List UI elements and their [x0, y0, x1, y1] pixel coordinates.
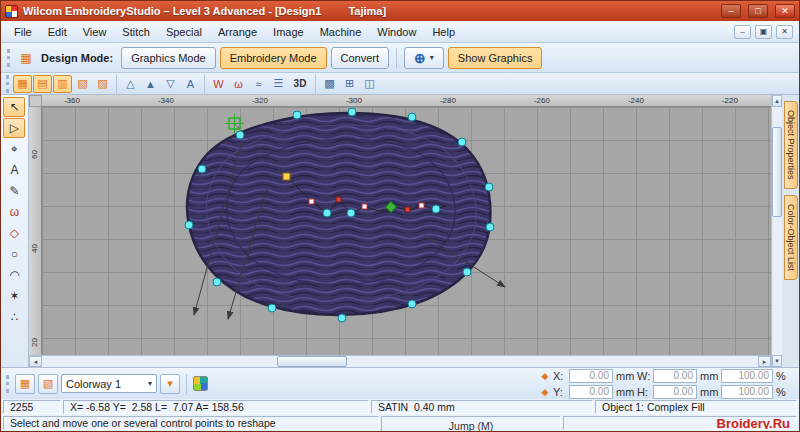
- select-tool[interactable]: ↖: [3, 97, 25, 117]
- lettering-tool[interactable]: A: [3, 160, 25, 180]
- menu-arrange[interactable]: Arrange: [211, 24, 264, 40]
- density-icon[interactable]: ☰: [269, 75, 288, 93]
- show-graphics-button[interactable]: Show Graphics: [448, 47, 543, 69]
- close-button[interactable]: ✕: [775, 4, 795, 18]
- ellipse-tool[interactable]: ○: [3, 244, 25, 264]
- embroidery-object[interactable]: [187, 113, 490, 315]
- window-title: Wilcom EmbroideryStudio – Level 3 Advanc…: [23, 5, 321, 17]
- background-button[interactable]: ▧: [38, 374, 58, 394]
- grid-toggle-icon[interactable]: ▩: [320, 75, 339, 93]
- toolbar-grip[interactable]: [6, 375, 10, 393]
- toolbar-separator: [315, 74, 316, 94]
- scroll-up-icon[interactable]: ▴: [772, 95, 782, 107]
- run-tool[interactable]: ω: [3, 202, 25, 222]
- mdi-close-button[interactable]: ✕: [776, 25, 793, 39]
- view-3d-button[interactable]: 3D: [289, 75, 311, 93]
- vscroll-thumb[interactable]: [772, 127, 782, 217]
- stitch-grid-icon[interactable]: ▤: [33, 75, 52, 93]
- triangle-filled-icon[interactable]: ▲: [141, 75, 160, 93]
- design-mode-label: Design Mode:: [41, 52, 113, 64]
- graphics-mode-button[interactable]: Graphics Mode: [121, 47, 216, 69]
- app-window: Wilcom EmbroideryStudio – Level 3 Advanc…: [0, 0, 800, 432]
- maximize-button[interactable]: □: [748, 4, 768, 18]
- digitize-tool[interactable]: ✎: [3, 181, 25, 201]
- y-unit: mm: [616, 386, 634, 398]
- x-input[interactable]: [569, 369, 613, 383]
- run-stitch-icon[interactable]: W: [209, 75, 228, 93]
- node-start[interactable]: [283, 173, 290, 180]
- stitch-pattern-icon[interactable]: ▧: [73, 75, 92, 93]
- menu-help[interactable]: Help: [425, 24, 462, 40]
- minimize-button[interactable]: –: [721, 4, 741, 18]
- stitch-fill-icon[interactable]: ▨: [93, 75, 112, 93]
- colorway-menu-button[interactable]: ▾: [160, 374, 180, 394]
- scroll-down-icon[interactable]: ▾: [772, 355, 782, 367]
- toolbar-separator: [116, 74, 117, 94]
- toolbar-separator: [186, 374, 187, 394]
- menu-image[interactable]: Image: [266, 24, 311, 40]
- triangle-down-icon[interactable]: ▽: [161, 75, 180, 93]
- mdi-minimize-button[interactable]: –: [734, 25, 751, 39]
- tab-object-properties[interactable]: Object Properties: [784, 101, 798, 189]
- closed-shape-tool[interactable]: ◇: [3, 223, 25, 243]
- ruler-toggle-icon[interactable]: ◫: [360, 75, 379, 93]
- scroll-right-icon[interactable]: ▸: [758, 356, 771, 367]
- x-label: X:: [553, 370, 566, 382]
- w-label: W:: [637, 370, 650, 382]
- menu-special[interactable]: Special: [159, 24, 209, 40]
- h-unit: mm: [700, 386, 718, 398]
- embroidery-mode-button[interactable]: Embroidery Mode: [220, 47, 327, 69]
- w-input[interactable]: [653, 369, 697, 383]
- scale-y-input[interactable]: [721, 385, 773, 399]
- menu-stitch[interactable]: Stitch: [115, 24, 157, 40]
- colorway-colors-icon[interactable]: [193, 376, 208, 391]
- stitch-list-icon[interactable]: ▦: [13, 75, 32, 93]
- horizontal-ruler-row: -360 -340 -320 -300 -280 -260 -240 -220: [29, 95, 771, 107]
- lettering-icon[interactable]: A: [181, 75, 200, 93]
- arc-tool[interactable]: ◠: [3, 265, 25, 285]
- measure-tool[interactable]: ⌖: [3, 139, 25, 159]
- point-tool[interactable]: ∴: [3, 307, 25, 327]
- thread-colors-button[interactable]: ▦: [15, 374, 35, 394]
- x-unit: mm: [616, 370, 634, 382]
- h-label: H:: [637, 386, 650, 398]
- menu-file[interactable]: File: [7, 24, 39, 40]
- stitch-rows-icon[interactable]: ▥: [53, 75, 72, 93]
- ruler-tick: -280: [440, 96, 456, 105]
- status-bar: 2255 X= -6.58 Y= 2.58 L= 7.07 A= 158.56 …: [1, 399, 799, 415]
- design-canvas[interactable]: [42, 107, 771, 355]
- tool-palette: ↖ ▷ ⌖ A ✎ ω ◇ ○ ◠ ✶ ∴: [1, 95, 29, 367]
- globe-icon: ⊕: [414, 50, 426, 66]
- design-svg: [42, 107, 771, 355]
- ruler-tick: -360: [64, 96, 80, 105]
- star-tool[interactable]: ✶: [3, 286, 25, 306]
- reshape-tool[interactable]: ▷: [3, 118, 25, 138]
- toolbar-grip[interactable]: [7, 49, 11, 67]
- wave-stitch-icon[interactable]: ≈: [249, 75, 268, 93]
- hscroll-thumb[interactable]: [277, 356, 347, 367]
- mdi-restore-button[interactable]: ▣: [755, 25, 772, 39]
- ruler-tick: 60: [30, 150, 39, 159]
- vscroll-track[interactable]: [772, 107, 782, 355]
- zigzag-stitch-icon[interactable]: ω: [229, 75, 248, 93]
- menu-machine[interactable]: Machine: [313, 24, 369, 40]
- menu-view[interactable]: View: [76, 24, 114, 40]
- menu-window[interactable]: Window: [370, 24, 423, 40]
- globe-dropdown-button[interactable]: ⊕ ▾: [404, 47, 444, 69]
- colorway-name: Colorway 1: [66, 378, 121, 390]
- scroll-left-icon[interactable]: ◂: [29, 356, 42, 367]
- triangle-outline-icon[interactable]: △: [121, 75, 140, 93]
- y-input[interactable]: [569, 385, 613, 399]
- tab-color-object-list[interactable]: Color-Object List: [784, 195, 798, 280]
- menu-edit[interactable]: Edit: [41, 24, 74, 40]
- ruler-tick: 40: [30, 244, 39, 253]
- toolbar-grip[interactable]: [6, 75, 10, 93]
- colorway-select[interactable]: Colorway 1 ▾: [61, 374, 157, 393]
- convert-button[interactable]: Convert: [331, 47, 390, 69]
- vertical-scrollbar[interactable]: ▴ ▾: [771, 95, 782, 367]
- horizontal-scrollbar[interactable]: ◂ ▸: [29, 355, 771, 367]
- h-input[interactable]: [653, 385, 697, 399]
- scale-x-input[interactable]: [721, 369, 773, 383]
- hoop-toggle-icon[interactable]: ⊞: [340, 75, 359, 93]
- hscroll-track[interactable]: [42, 356, 758, 367]
